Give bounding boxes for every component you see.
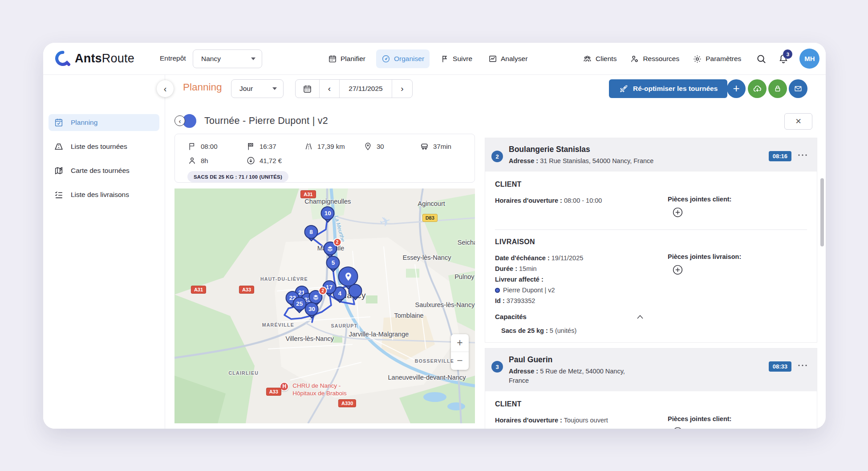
stop-marker[interactable]: 30 — [305, 302, 319, 316]
capacity-pill: SACS DE 25 KG : 71 / 100 (UNITÉS) — [187, 171, 288, 182]
due-date: Date d'échéance : 19/11/2025 — [495, 253, 807, 263]
opening-hours: Horaires d'ouverture : 08:00 - 10:00 — [495, 196, 807, 205]
stat-distance: 17,39 km — [304, 142, 363, 151]
brand-name: AntsRoute — [75, 52, 134, 66]
speedometer-icon — [381, 54, 390, 63]
sidebar-item-carte-tournees[interactable]: Carte des tournées — [49, 162, 159, 179]
stop-card: 2 Boulangerie Stanislas Adresse : 31 Rue… — [485, 138, 817, 343]
sidebar-item-label: Carte des tournées — [71, 167, 130, 175]
stat-duration: 8h — [187, 156, 246, 165]
people-icon — [583, 54, 592, 64]
nav-suivre[interactable]: Suivre — [435, 49, 478, 68]
antsroute-logo-icon — [55, 50, 71, 66]
stop-marker[interactable]: 8 — [304, 225, 318, 239]
zoom-in-button[interactable]: + — [451, 334, 469, 352]
stop-card-header[interactable]: 3 Paul Guerin Adresse : 5 Rue de Metz, 5… — [485, 348, 817, 391]
capacities-toggle[interactable]: Capacités — [495, 313, 644, 320]
add-client-attachment-button[interactable] — [672, 207, 683, 219]
secondary-nav: Clients Ressources Paramètres 3 MH — [582, 49, 819, 68]
stop-time-badge: 08:16 — [769, 151, 791, 161]
calendar-check-icon — [54, 118, 64, 127]
nav-planifier-label: Planifier — [341, 55, 365, 63]
driver-icon — [187, 156, 197, 165]
van-icon — [420, 142, 429, 151]
stat-drive-time: 37min — [420, 142, 451, 151]
sidebar-item-liste-tournees[interactable]: Liste des tournées — [49, 138, 159, 155]
nav-ressources[interactable]: Ressources — [629, 49, 680, 68]
scrollbar-thumb[interactable] — [820, 178, 824, 246]
stop-address: Adresse : 31 Rue Stanislas, 54000 Nancy,… — [509, 156, 656, 166]
mail-button[interactable] — [789, 79, 807, 98]
stop-menu-button[interactable] — [797, 152, 808, 160]
circle-plus-icon — [672, 426, 683, 429]
zoom-out-button[interactable]: − — [451, 352, 469, 370]
ellipsis-icon — [797, 362, 808, 369]
nav-clients-label: Clients — [596, 55, 617, 63]
close-panel-button[interactable]: ✕ — [784, 113, 812, 130]
stop-name: Boulangerie Stanislas — [509, 145, 763, 154]
cloud-download-button[interactable] — [748, 79, 767, 98]
tour-back-button[interactable]: ‹ — [174, 115, 185, 126]
nav-analyser[interactable]: Analyser — [483, 49, 533, 68]
stops-detail-panel: 2 Boulangerie Stanislas Adresse : 31 Rue… — [485, 134, 817, 429]
client-section-heading: CLIENT — [495, 180, 807, 188]
stop-address: Adresse : 5 Rue de Metz, 54000 Nancy, Fr… — [509, 367, 645, 385]
period-select[interactable]: Jour — [231, 79, 284, 98]
stop-time-badge: 08:33 — [769, 361, 791, 372]
sidebar-item-label: Planning — [71, 119, 97, 127]
close-icon: ✕ — [795, 117, 801, 126]
stop-card-header[interactable]: 2 Boulangerie Stanislas Adresse : 31 Rue… — [485, 138, 817, 172]
warehouse-label: Entrepôt — [160, 54, 186, 62]
gear-icon — [693, 54, 702, 64]
prev-day-button[interactable]: ‹ — [320, 80, 340, 98]
cost-down-icon — [246, 156, 256, 165]
add-button[interactable]: + — [727, 79, 746, 98]
next-day-button[interactable]: › — [392, 80, 412, 98]
tour-stats-card: 08:00 16:37 17,39 km 30 37min 8h — [174, 134, 475, 183]
chevron-up-icon — [636, 314, 644, 320]
search-button[interactable] — [756, 54, 767, 64]
lock-button[interactable] — [768, 79, 787, 98]
warehouse-value: Nancy — [201, 55, 251, 63]
reoptimize-button[interactable]: Ré-optimiser les tournées — [609, 79, 727, 98]
stop-marker[interactable]: 10 — [321, 206, 335, 220]
stop-marker[interactable]: 25 — [292, 297, 306, 311]
collapse-sidebar-button[interactable]: ‹ — [157, 80, 174, 97]
avatar[interactable]: MH — [799, 49, 819, 69]
map[interactable]: ✈ H CHRU de Nancy - Hôpitaux de Brabois … — [174, 188, 475, 423]
sidebar-item-label: Liste des tournées — [71, 143, 127, 151]
add-delivery-attachment-button[interactable] — [672, 264, 683, 277]
nav-clients[interactable]: Clients — [582, 49, 617, 68]
map-zoom-control: + − — [451, 334, 469, 370]
stop-menu-button[interactable] — [797, 362, 808, 370]
stop-card: 3 Paul Guerin Adresse : 5 Rue de Metz, 5… — [485, 348, 817, 429]
client-attachments: Pièces jointes client: — [668, 415, 731, 429]
circle-plus-icon — [672, 264, 683, 275]
page-title: Planning — [183, 82, 222, 93]
nav-parametres[interactable]: Paramètres — [692, 49, 742, 68]
delivery-id: Id : 37393352 — [495, 296, 807, 306]
planning-toolbar: ‹ Planning Jour ‹ 27/11/2025 › Ré-optimi… — [165, 75, 826, 102]
notifications-button[interactable]: 3 — [778, 53, 789, 64]
flag-pole-icon — [440, 54, 449, 63]
stat-start-time: 08:00 — [187, 142, 246, 151]
calendar-button[interactable] — [296, 80, 320, 98]
nav-organiser[interactable]: Organiser — [376, 49, 430, 68]
sidebar-item-planning[interactable]: Planning — [49, 114, 159, 131]
opening-hours: Horaires d'ouverture : Toujours ouvert — [495, 415, 807, 425]
current-date[interactable]: 27/11/2025 — [340, 80, 392, 98]
add-client-attachment-button[interactable] — [672, 426, 683, 429]
client-section-heading: CLIENT — [495, 400, 807, 408]
cluster-marker[interactable]: 2 — [323, 242, 337, 255]
nav-parametres-label: Paramètres — [706, 55, 741, 63]
warehouse-select[interactable]: Nancy — [193, 49, 262, 68]
depot-marker[interactable] — [338, 266, 358, 287]
stop-index-badge: 3 — [491, 361, 503, 373]
topbar: AntsRoute Entrepôt Nancy Planifier Organ… — [43, 43, 826, 75]
hospital-icon: H — [280, 382, 289, 391]
section-divider — [495, 229, 807, 230]
sidebar-item-liste-livraisons[interactable]: Liste des livraisons — [49, 186, 159, 203]
flag-finish-icon — [246, 142, 256, 151]
road-icon — [304, 142, 313, 151]
nav-planifier[interactable]: Planifier — [323, 49, 371, 68]
